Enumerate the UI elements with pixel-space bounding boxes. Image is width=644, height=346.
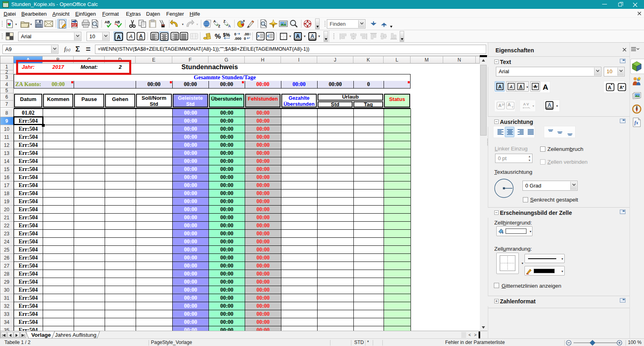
svg-text:A: A: [129, 33, 133, 39]
svg-text:A: A: [608, 85, 611, 91]
svg-text:fx: fx: [634, 120, 638, 126]
svg-text:A: A: [509, 84, 512, 89]
svg-text:Vorlage: Vorlage: [31, 332, 51, 338]
svg-text:A: A: [117, 34, 121, 40]
svg-text:Z: Z: [223, 19, 225, 23]
svg-text:A: A: [548, 102, 551, 108]
svg-text:Jahres Auflistung: Jahres Auflistung: [55, 332, 97, 338]
svg-text:V: V: [526, 102, 529, 106]
svg-text:PDF: PDF: [72, 24, 77, 27]
svg-text:A: A: [213, 19, 216, 23]
svg-text:A: A: [543, 83, 548, 91]
svg-text:0: 0: [249, 32, 251, 36]
svg-text:N: N: [636, 105, 638, 108]
svg-text:0: 0: [234, 32, 236, 36]
svg-text:A: A: [296, 33, 299, 39]
svg-text:A: A: [498, 84, 502, 90]
svg-text:A: A: [619, 85, 623, 90]
svg-text:A: A: [139, 33, 143, 39]
svg-text:%: %: [215, 33, 221, 40]
svg-text:A: A: [498, 103, 502, 108]
svg-text:A: A: [228, 24, 231, 28]
svg-text:A: A: [523, 102, 526, 106]
svg-text:.000: .000: [234, 37, 242, 41]
svg-text:A: A: [310, 33, 314, 39]
svg-text:Z: Z: [218, 24, 220, 28]
svg-text:A: A: [508, 102, 511, 107]
svg-text:AB: AB: [105, 20, 110, 24]
svg-text:AB: AB: [115, 20, 120, 24]
svg-text:A: A: [519, 84, 522, 89]
svg-text:T: T: [512, 105, 514, 109]
svg-text:$%: $%: [223, 32, 230, 38]
svg-text:.00: .00: [244, 32, 249, 36]
svg-text:0: 0: [244, 37, 246, 41]
